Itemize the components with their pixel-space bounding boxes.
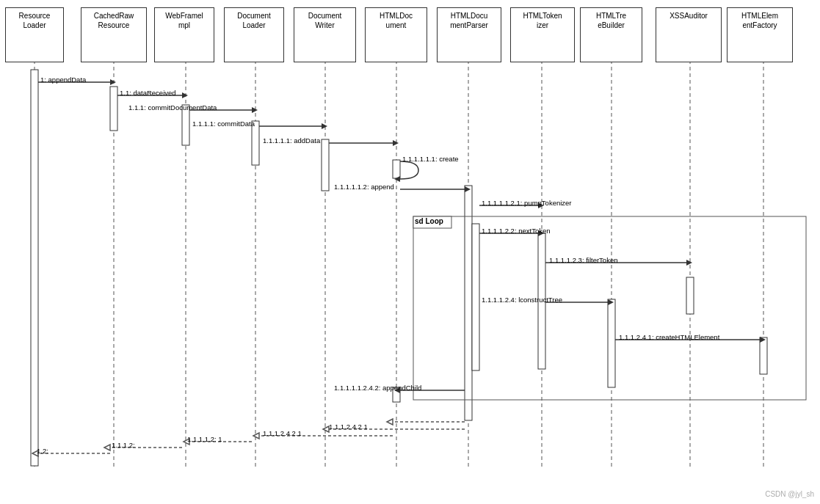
msg-next-token: 1.1.1.1.2.2: nextToken: [482, 227, 550, 235]
actor-htmldocument: HTMLDocument: [365, 7, 427, 62]
svg-marker-44: [686, 260, 692, 266]
msg-construct-tree: 1.1.1.1.2.4: lconstructTree: [482, 296, 562, 304]
msg-append-child: 1.1.1.1.1.2.4.2: appendChild: [334, 384, 421, 392]
msg-commit-doc-data: 1.1.1: commitDocumentData: [128, 103, 217, 112]
svg-marker-34: [394, 176, 400, 182]
msg-add-data: 1.1.1.1.1: addData: [263, 136, 320, 145]
actor-htmlelementfactory: HTMLElementFactory: [727, 7, 793, 62]
svg-rect-39: [413, 216, 806, 400]
svg-marker-55: [104, 445, 110, 450]
svg-rect-22: [760, 337, 767, 374]
actor-webframelmpl: WebFramelmpl: [154, 7, 214, 62]
msg-append-data: 1: appendData: [40, 76, 86, 84]
svg-marker-29: [252, 107, 258, 113]
sequence-diagram: Resource Loader CachedRawResource WebFra…: [0, 0, 820, 504]
actor-cached-raw-resource: CachedRawResource: [81, 7, 147, 62]
svg-rect-11: [31, 70, 38, 466]
msg-create: 1.1.1.1.1.1: create: [402, 155, 459, 163]
actor-xssauditor: XSSAuditor: [656, 7, 722, 62]
actor-htmltokenizer: HTMLTokenizer: [510, 7, 575, 62]
svg-marker-63: [387, 419, 393, 425]
svg-marker-36: [465, 186, 471, 192]
svg-rect-15: [322, 139, 329, 191]
msg-pump-tokenizer: 1.1.1.1.1.2.1: pumpTokenizer: [482, 199, 572, 207]
svg-rect-18: [472, 224, 479, 370]
svg-rect-17: [465, 186, 472, 420]
actor-resource-loader: Resource Loader: [5, 7, 64, 62]
watermark: CSDN @jyl_sh: [765, 490, 814, 498]
msg-return-1-1-2: 1.1.1.2:: [112, 441, 135, 449]
svg-rect-16: [393, 160, 400, 178]
svg-marker-25: [110, 79, 116, 85]
msg-return-others: 1.1.1.2.4.2.1: [329, 423, 368, 431]
svg-marker-33: [393, 140, 399, 146]
actor-document-writer: DocumentWriter: [294, 7, 356, 62]
msg-append: 1.1.1.1.1.2: append: [334, 183, 394, 191]
svg-rect-20: [686, 277, 694, 314]
msg-return-complex: 1.1.1.2.4.2.1: [263, 429, 302, 437]
actor-htmltreebuilder: HTMLTreeBuilder: [580, 7, 642, 62]
svg-marker-48: [760, 337, 766, 343]
msg-return-1-1-1-2: 1.1.1.1.2: 1: [187, 435, 222, 443]
svg-marker-27: [182, 92, 188, 98]
loop-label: sd Loop: [415, 217, 443, 225]
msg-commit-data: 1.1.1.1: commitData: [192, 120, 255, 128]
svg-marker-61: [323, 426, 329, 432]
msg-create-html-element: 1.1.1.2.4.1: createHTMLElement: [619, 333, 719, 341]
msg-return-1-2: 1.2:: [37, 447, 48, 455]
svg-marker-59: [253, 433, 259, 439]
msg-data-received: 1.1: dataReceived: [120, 89, 176, 97]
actor-document-loader: DocumentLoader: [224, 7, 284, 62]
svg-rect-14: [252, 121, 259, 165]
svg-marker-46: [608, 299, 614, 305]
sequence-arrows: [0, 0, 820, 504]
svg-rect-12: [110, 87, 117, 131]
actor-htmldocumentparser: HTMLDocumentParser: [437, 7, 501, 62]
svg-rect-21: [608, 299, 615, 387]
msg-filter-token: 1.1.1.1.2.3: filterToken: [549, 256, 617, 264]
svg-marker-31: [322, 123, 327, 129]
